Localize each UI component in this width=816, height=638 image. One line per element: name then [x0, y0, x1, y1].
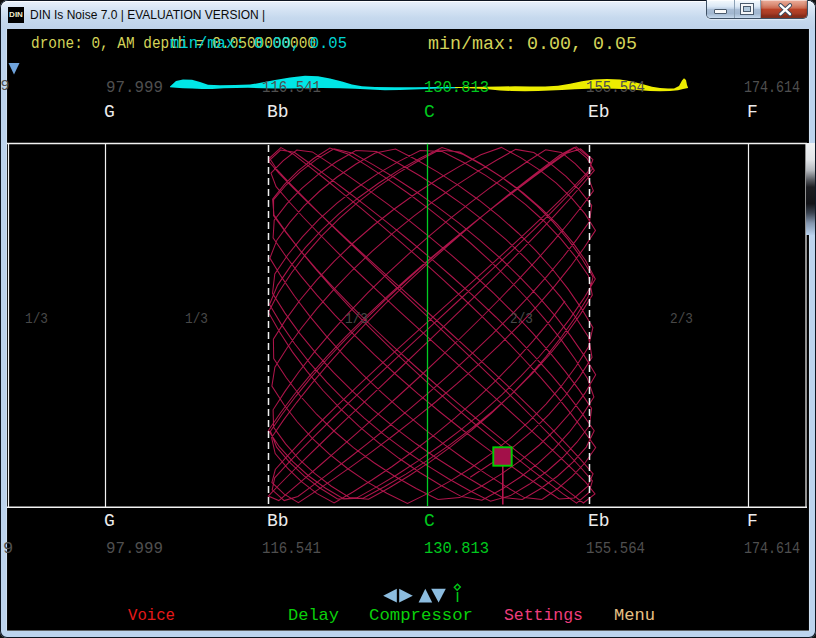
svg-text:Eb: Eb [588, 102, 610, 122]
svg-text:2/3: 2/3 [510, 311, 533, 328]
svg-text:F: F [747, 511, 758, 531]
svg-text:Menu: Menu [614, 606, 655, 625]
svg-text:116.541: 116.541 [262, 539, 321, 558]
svg-text:1/3: 1/3 [345, 311, 368, 328]
svg-text:116.541: 116.541 [262, 78, 321, 97]
svg-text:Bb: Bb [267, 511, 289, 531]
svg-text:130.813: 130.813 [424, 539, 489, 558]
svg-text:C: C [424, 102, 435, 122]
svg-text:1/3: 1/3 [25, 311, 48, 328]
svg-text:9: 9 [3, 539, 13, 558]
svg-text:Eb: Eb [588, 511, 610, 531]
svg-text:G: G [104, 102, 115, 122]
svg-text:97.999: 97.999 [106, 539, 163, 558]
svg-text:155.564: 155.564 [586, 78, 645, 97]
svg-text:174.614: 174.614 [744, 539, 800, 558]
svg-text:130.813: 130.813 [424, 78, 489, 97]
svg-text:Settings: Settings [504, 606, 583, 625]
svg-text:C: C [424, 511, 435, 531]
svg-text:1/3: 1/3 [185, 311, 208, 328]
svg-text:Bb: Bb [267, 102, 289, 122]
svg-text:min/max: 0.00, 0.05: min/max: 0.00, 0.05 [428, 33, 637, 55]
svg-text:9: 9 [1, 78, 10, 95]
svg-text:Compressor: Compressor [369, 606, 473, 625]
svg-text:G: G [104, 511, 115, 531]
svg-text:min/max: 0.00, 0.05: min/max: 0.00, 0.05 [170, 35, 347, 53]
svg-text:F: F [747, 102, 758, 122]
svg-text:155.564: 155.564 [586, 539, 645, 558]
svg-text:97.999: 97.999 [106, 78, 163, 97]
svg-text:Voice: Voice [128, 606, 175, 625]
svg-text:2/3: 2/3 [670, 311, 693, 328]
svg-text:174.614: 174.614 [744, 78, 800, 97]
svg-text:Delay: Delay [288, 606, 339, 625]
